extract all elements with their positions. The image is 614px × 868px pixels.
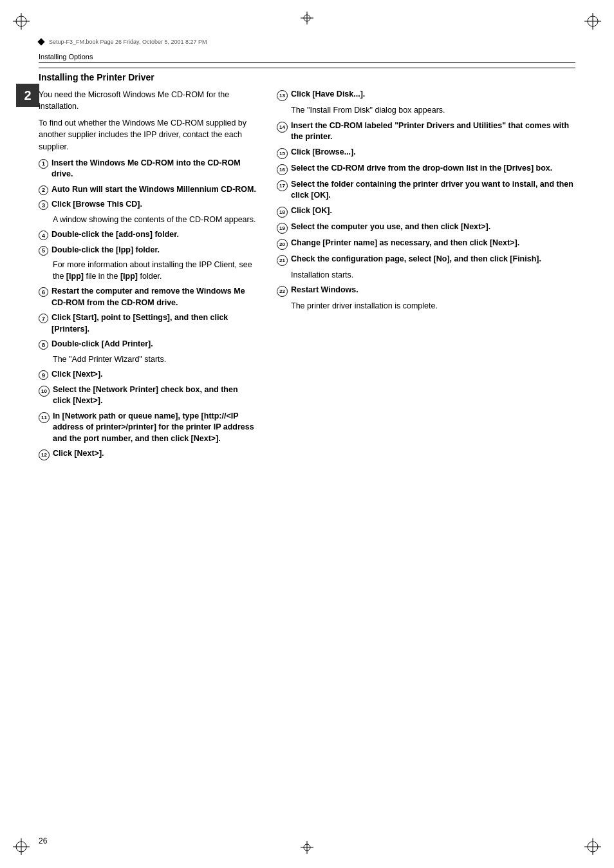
step-num-19: 19 xyxy=(277,223,288,234)
step-num-17: 17 xyxy=(277,180,288,191)
main-content: Installing the Printer Driver You need t… xyxy=(39,68,575,816)
step-21: 21 Check the configuration page, select … xyxy=(277,254,575,266)
step-22-note: The printer driver installation is compl… xyxy=(291,301,575,312)
step-19: 19 Select the computer you use, and then… xyxy=(277,222,575,234)
step-20: 20 Change [Printer name] as necessary, a… xyxy=(277,238,575,250)
right-column: 13 Click [Have Disk...]. The "Install Fr… xyxy=(277,89,575,464)
step-num-18: 18 xyxy=(277,207,288,218)
step-4: 4 Double-click the [add-ons] folder. xyxy=(39,229,257,241)
crosshair-bottom xyxy=(301,841,313,856)
step-20-text: Change [Printer name] as necessary, and … xyxy=(291,238,519,249)
step-10: 10 Select the [Network Printer] check bo… xyxy=(39,384,257,407)
step-8-text: Double-click [Add Printer]. xyxy=(51,339,153,350)
step-15-text: Click [Browse...]. xyxy=(291,147,356,158)
step-7-text: Click [Start], point to [Settings], and … xyxy=(51,312,257,335)
step-num-15: 15 xyxy=(277,148,288,159)
step-3-text: Click [Browse This CD]. xyxy=(51,199,142,211)
step-num-7: 7 xyxy=(39,314,48,323)
step-num-21: 21 xyxy=(277,255,288,266)
step-12-text: Click [Next>]. xyxy=(53,448,104,460)
step-num-16: 16 xyxy=(277,164,288,175)
step-num-9: 9 xyxy=(39,370,48,380)
step-19-text: Select the computer you use, and then cl… xyxy=(291,222,490,233)
book-info-bar: Setup-F3_FM.book Page 26 Friday, October… xyxy=(39,39,575,45)
step-3-note: A window showing the contents of the CD-… xyxy=(53,214,257,226)
step-6: 6 Restart the computer and remove the Wi… xyxy=(39,286,257,308)
step-9: 9 Click [Next>]. xyxy=(39,369,257,381)
step-num-1: 1 xyxy=(39,159,48,169)
step-5-text: Double-click the [Ipp] folder. xyxy=(51,245,160,256)
step-11: 11 In [Network path or queue name], type… xyxy=(39,411,257,445)
step-num-8: 8 xyxy=(39,340,48,350)
section-header: Installing Options xyxy=(39,53,575,63)
page-number: 26 xyxy=(39,836,47,845)
step-5: 5 Double-click the [Ipp] folder. xyxy=(39,245,257,256)
step-3: 3 Click [Browse This CD]. xyxy=(39,199,257,211)
page: Setup-F3_FM.book Page 26 Friday, October… xyxy=(0,0,614,868)
step-21-text: Check the configuration page, select [No… xyxy=(291,254,541,265)
corner-mark-tr xyxy=(583,12,602,31)
step-2: 2 Auto Run will start the Windows Millen… xyxy=(39,184,257,196)
step-13-note: The "Install From Disk" dialog box appea… xyxy=(291,105,575,117)
step-num-3: 3 xyxy=(39,200,48,210)
step-16-text: Select the CD-ROM drive from the drop-do… xyxy=(291,163,552,175)
intro-text-1: You need the Microsoft Windows Me CD-ROM… xyxy=(39,89,257,112)
diamond-icon xyxy=(37,38,44,45)
step-num-12: 12 xyxy=(39,449,50,460)
step-21-note: Installation starts. xyxy=(291,270,575,281)
step-6-text: Restart the computer and remove the Wind… xyxy=(51,286,257,308)
section-divider xyxy=(39,68,575,68)
step-8-note: The "Add Printer Wizard" starts. xyxy=(53,354,257,366)
step-18-text: Click [OK]. xyxy=(291,205,332,217)
chapter-tab: 2 xyxy=(16,84,39,107)
step-num-5: 5 xyxy=(39,246,48,256)
step-num-11: 11 xyxy=(39,412,50,423)
step-12: 12 Click [Next>]. xyxy=(39,448,257,460)
left-column: You need the Microsoft Windows Me CD-ROM… xyxy=(39,89,257,464)
crosshair-top xyxy=(301,12,313,27)
book-info-text: Setup-F3_FM.book Page 26 Friday, October… xyxy=(49,39,207,45)
step-13-text: Click [Have Disk...]. xyxy=(291,89,365,100)
step-num-10: 10 xyxy=(39,386,50,397)
step-17-text: Select the folder containing the printer… xyxy=(291,179,575,202)
step-num-20: 20 xyxy=(277,239,288,250)
step-1: 1 Insert the Windows Me CD-ROM into the … xyxy=(39,158,257,180)
step-17: 17 Select the folder containing the prin… xyxy=(277,179,575,202)
step-num-13: 13 xyxy=(277,90,288,101)
step-18: 18 Click [OK]. xyxy=(277,205,575,218)
corner-mark-tl xyxy=(12,12,31,31)
chapter-number: 2 xyxy=(24,88,31,103)
section-title: Installing the Printer Driver xyxy=(39,72,575,82)
step-14-text: Insert the CD-ROM labeled "Printer Drive… xyxy=(291,120,575,143)
step-9-text: Click [Next>]. xyxy=(51,369,103,381)
step-4-text: Double-click the [add-ons] folder. xyxy=(51,229,179,241)
step-8: 8 Double-click [Add Printer]. xyxy=(39,339,257,350)
corner-mark-br xyxy=(583,837,602,856)
step-15: 15 Click [Browse...]. xyxy=(277,147,575,159)
step-num-2: 2 xyxy=(39,185,48,195)
step-10-text: Select the [Network Printer] check box, … xyxy=(53,384,257,407)
step-14: 14 Insert the CD-ROM labeled "Printer Dr… xyxy=(277,120,575,143)
step-5-note: For more information about installing th… xyxy=(53,259,257,282)
two-column-layout: You need the Microsoft Windows Me CD-ROM… xyxy=(39,89,575,464)
step-22: 22 Restart Windows. xyxy=(277,285,575,297)
step-1-text: Insert the Windows Me CD-ROM into the CD… xyxy=(51,158,257,180)
step-num-14: 14 xyxy=(277,122,288,133)
step-13: 13 Click [Have Disk...]. xyxy=(277,89,575,101)
step-num-4: 4 xyxy=(39,231,48,240)
step-num-22: 22 xyxy=(277,286,288,297)
step-2-text: Auto Run will start the Windows Millenni… xyxy=(51,184,256,196)
step-11-text: In [Network path or queue name], type [h… xyxy=(53,411,257,445)
corner-mark-bl xyxy=(12,837,31,856)
step-16: 16 Select the CD-ROM drive from the drop… xyxy=(277,163,575,175)
step-22-text: Restart Windows. xyxy=(291,285,358,296)
intro-text-2: To find out whether the Windows Me CD-RO… xyxy=(39,117,257,152)
section-header-text: Installing Options xyxy=(39,53,93,61)
step-num-6: 6 xyxy=(39,287,48,297)
step-7: 7 Click [Start], point to [Settings], an… xyxy=(39,312,257,335)
